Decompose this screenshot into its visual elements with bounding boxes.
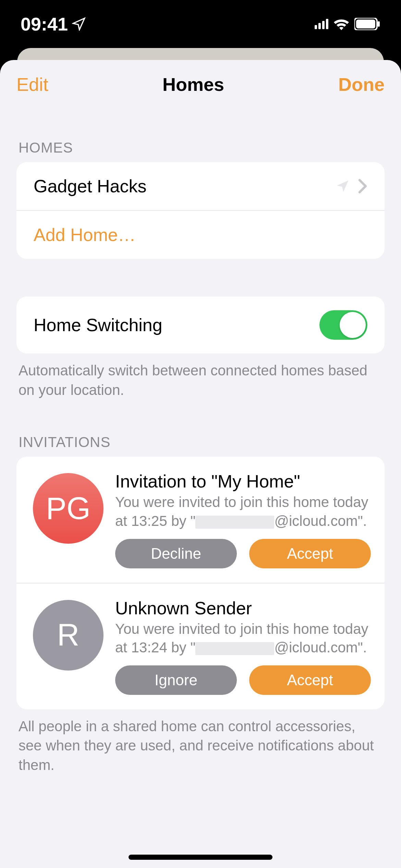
location-arrow-icon <box>336 179 350 193</box>
accept-button[interactable]: Accept <box>249 665 371 695</box>
invitation-description: You were invited to join this home today… <box>115 493 371 530</box>
invitations-section-header: Invitations <box>16 400 385 457</box>
redacted-email <box>195 516 274 529</box>
svg-rect-1 <box>356 20 375 28</box>
home-row-gadget-hacks[interactable]: Gadget Hacks <box>16 162 385 210</box>
invitation-title: Unknown Sender <box>115 598 371 618</box>
spacer <box>16 259 385 297</box>
invitation-actions: Decline Accept <box>115 539 371 568</box>
location-arrow-icon <box>72 17 86 31</box>
invitation-body: Invitation to "My Home" You were invited… <box>115 471 371 568</box>
home-indicator[interactable] <box>129 855 272 860</box>
homes-card: Gadget Hacks Add Home… <box>16 162 385 259</box>
homes-section-header: Homes <box>16 105 385 162</box>
home-switching-footer: Automatically switch between connected h… <box>16 353 385 400</box>
invitations-footer: All people in a shared home can control … <box>16 709 385 775</box>
home-row-label: Gadget Hacks <box>34 176 336 196</box>
battery-icon <box>354 18 380 30</box>
decline-button[interactable]: Decline <box>115 539 237 568</box>
done-button[interactable]: Done <box>338 74 385 95</box>
home-switching-label: Home Switching <box>34 315 319 335</box>
accept-button[interactable]: Accept <box>249 539 371 568</box>
ignore-button[interactable]: Ignore <box>115 665 237 695</box>
redacted-email <box>195 642 274 655</box>
status-bar: 09:41 <box>0 0 401 48</box>
invitation-description: You were invited to join this home today… <box>115 620 371 657</box>
add-home-row[interactable]: Add Home… <box>16 210 385 259</box>
wifi-icon <box>333 18 350 30</box>
status-time: 09:41 <box>21 13 68 35</box>
invitation-row: PG Invitation to "My Home" You were invi… <box>16 457 385 582</box>
row-accessory-icons <box>336 179 367 194</box>
invitation-row: R Unknown Sender You were invited to joi… <box>16 583 385 709</box>
switch-knob <box>340 312 366 338</box>
invitations-card: PG Invitation to "My Home" You were invi… <box>16 457 385 709</box>
home-switching-row: Home Switching <box>16 297 385 353</box>
add-home-label: Add Home… <box>34 225 367 245</box>
nav-bar: Edit Homes Done <box>0 60 401 105</box>
inv-desc-suffix: @icloud.com". <box>274 513 367 529</box>
invitation-actions: Ignore Accept <box>115 665 371 695</box>
invitation-title: Invitation to "My Home" <box>115 471 371 492</box>
svg-rect-2 <box>378 21 380 27</box>
page-title: Homes <box>162 74 224 95</box>
cellular-signal-icon <box>315 19 328 29</box>
status-right <box>315 18 380 30</box>
chevron-right-icon <box>358 179 367 194</box>
content-scroll[interactable]: Homes Gadget Hacks Add Home… <box>0 105 401 868</box>
invitation-body: Unknown Sender You were invited to join … <box>115 598 371 695</box>
inv-desc-suffix: @icloud.com". <box>274 639 367 655</box>
home-switching-card: Home Switching <box>16 297 385 353</box>
avatar: R <box>33 600 104 671</box>
status-left: 09:41 <box>21 13 86 35</box>
avatar: PG <box>33 473 104 544</box>
edit-button[interactable]: Edit <box>16 74 48 95</box>
homes-sheet: Edit Homes Done Homes Gadget Hacks Add H… <box>0 60 401 868</box>
home-switching-toggle[interactable] <box>319 310 367 340</box>
